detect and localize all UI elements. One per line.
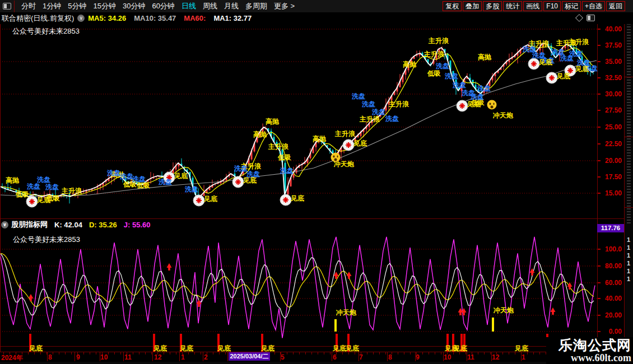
chart-title-bar: 联合精密(日线.前复权) ∨ MA5: 34.26MA10: 35.47MA60… xyxy=(0,12,633,24)
month-boundary xyxy=(332,352,332,361)
nav-item-7[interactable]: 周线 xyxy=(203,1,217,11)
indicator-header: ∨ 股朋指标网 K: 42.04 D: 35.26 J: 55.60 xyxy=(0,220,150,230)
nav-item-5[interactable]: 60分钟 xyxy=(152,1,174,11)
jiandi-signal-bar xyxy=(452,334,454,352)
date-minor-tick xyxy=(213,352,213,354)
date-minor-tick xyxy=(367,352,367,354)
toolbar-button-1[interactable]: 叠加 xyxy=(463,1,482,11)
chongtianpao-bar xyxy=(334,319,337,332)
layout-split-icon[interactable] xyxy=(0,1,15,12)
axis-tick xyxy=(598,45,601,46)
nav-item-9[interactable]: 多周期 xyxy=(245,1,267,11)
ma-label-3: MA1: 32.77 xyxy=(213,14,252,22)
strip-digit: 1 xyxy=(627,276,630,282)
jiandi-signal-bar xyxy=(29,334,31,352)
chevron-down-icon[interactable]: ∨ xyxy=(77,15,85,22)
stock-title[interactable]: 联合精密(日线.前复权) xyxy=(2,13,74,24)
axis-left-border xyxy=(597,24,598,361)
toolbar-button-0[interactable]: 复权 xyxy=(443,1,462,11)
jiandi-signal-bar xyxy=(347,334,350,352)
date-minor-tick xyxy=(90,352,90,354)
date-minor-tick xyxy=(127,352,127,354)
ma-label-0: MA5: 34.26 xyxy=(88,14,126,22)
date-minor-tick xyxy=(379,352,380,354)
axis-tick xyxy=(598,29,601,30)
split-pane-icon-2[interactable] xyxy=(587,15,595,21)
date-minor-tick xyxy=(496,352,497,354)
jiandi-signal-bar xyxy=(180,334,182,352)
date-minor-tick xyxy=(53,352,53,354)
jiandi-signal-bar xyxy=(460,334,463,352)
main-candlestick-chart[interactable] xyxy=(0,24,597,218)
date-minor-tick xyxy=(16,352,16,354)
toolbar-button-4[interactable]: 画线 xyxy=(523,1,542,11)
month-boundary xyxy=(359,352,359,361)
toolbar-button-6[interactable]: 标记 xyxy=(562,1,581,11)
toolbar-button-7[interactable]: +自选 xyxy=(582,1,605,11)
axis-tick xyxy=(598,331,601,332)
date-minor-tick xyxy=(176,352,176,354)
date-minor-tick xyxy=(225,352,226,354)
current-date-highlight[interactable]: 2025/03/04/二 xyxy=(229,352,270,361)
strip-divider xyxy=(625,207,633,208)
chevron-down-icon-indicator[interactable]: ∨ xyxy=(1,221,8,228)
nav-item-3[interactable]: 15分钟 xyxy=(93,1,115,11)
nav-item-10[interactable]: 更多 > xyxy=(274,1,295,11)
date-minor-tick xyxy=(336,352,337,354)
date-minor-tick xyxy=(342,352,343,354)
month-boundary xyxy=(203,352,203,361)
date-minor-tick xyxy=(324,352,324,354)
date-axis[interactable] xyxy=(0,352,624,362)
strip-digit: 1 xyxy=(627,244,630,251)
date-minor-tick xyxy=(120,352,121,354)
nav-item-1[interactable]: 1分钟 xyxy=(43,1,61,11)
toolbar-buttons: 复权叠加多股统计画线F10标记+自选返回 xyxy=(441,1,625,11)
month-boundary xyxy=(227,352,228,361)
kdj-j-value: J: 55.60 xyxy=(124,221,151,229)
kdj-indicator-chart[interactable] xyxy=(0,231,597,347)
indicator-current-value-badge: 117.76 xyxy=(597,224,624,232)
date-minor-tick xyxy=(361,352,361,354)
nav-item-8[interactable]: 月线 xyxy=(224,1,239,11)
indicator-name[interactable]: 股朋指标网 xyxy=(11,220,48,230)
toolbar-button-8[interactable]: 返回 xyxy=(606,1,625,11)
nav-item-0[interactable]: 分时 xyxy=(21,1,36,11)
price-axis-label: 37.50 xyxy=(605,41,622,49)
date-minor-tick xyxy=(83,352,84,354)
toolbar-button-5[interactable]: F10 xyxy=(543,1,561,11)
axis-tick xyxy=(598,77,601,78)
date-minor-tick xyxy=(398,352,398,354)
date-minor-tick xyxy=(274,352,275,354)
nav-item-4[interactable]: 30分钟 xyxy=(123,1,145,11)
jiandi-signal-bar xyxy=(336,334,338,352)
jiandi-signal-bar xyxy=(153,334,155,352)
toolbar-button-2[interactable]: 多股 xyxy=(483,1,502,11)
date-minor-tick xyxy=(385,352,386,354)
watermark-title: 乐淘公式网 xyxy=(546,337,631,353)
chart-left-border xyxy=(0,24,1,361)
date-minor-tick xyxy=(466,352,466,354)
date-minor-tick xyxy=(305,352,306,354)
toolbar-button-3[interactable]: 统计 xyxy=(503,1,522,11)
nav-item-2[interactable]: 5分钟 xyxy=(68,1,86,11)
date-minor-tick xyxy=(484,352,485,354)
month-boundary xyxy=(280,352,281,361)
axis-tick xyxy=(598,143,601,144)
nav-item-6[interactable]: 日线 xyxy=(181,1,196,11)
split-pane-icon xyxy=(3,3,11,10)
price-axis-label: 20.00 xyxy=(605,157,622,165)
indicator-bottom-line xyxy=(0,346,624,347)
date-minor-tick xyxy=(299,352,300,354)
date-minor-tick xyxy=(96,352,96,354)
date-minor-tick xyxy=(509,352,509,354)
indicator-axis-label: 80.00 xyxy=(605,262,622,270)
indicator-axis-label: 0.00 xyxy=(609,328,622,335)
axis-tick xyxy=(598,94,601,95)
axis-tick xyxy=(598,176,601,178)
price-axis-label: 25.00 xyxy=(605,123,622,131)
date-minor-tick xyxy=(539,352,540,354)
strip-divider xyxy=(625,137,633,137)
diamond-icon[interactable] xyxy=(575,14,583,22)
date-minor-tick xyxy=(28,352,29,354)
right-quote-strip[interactable]: 111111 xyxy=(624,12,633,362)
